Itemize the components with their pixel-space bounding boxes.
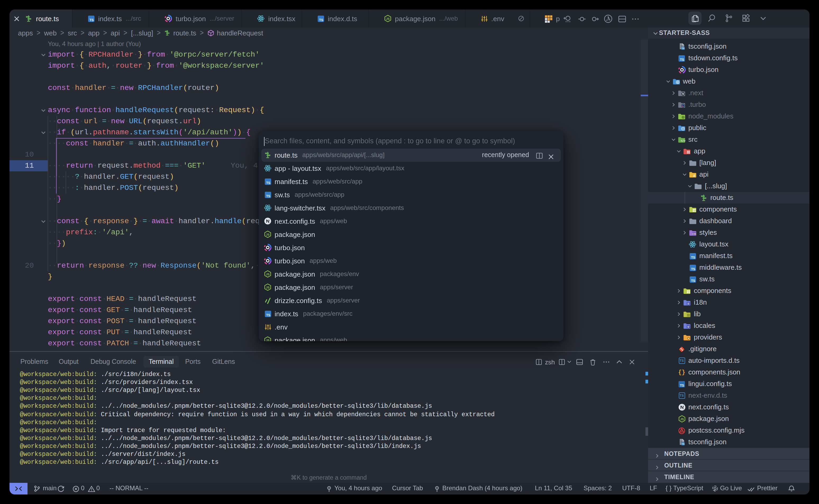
- svg-text:TS: TS: [89, 18, 93, 22]
- svg-text:JS: JS: [266, 339, 269, 341]
- svg-text:TS: TS: [266, 194, 270, 198]
- svg-text:TS: TS: [680, 383, 684, 387]
- svg-text:JS: JS: [386, 17, 389, 20]
- svg-text:TS: TS: [266, 313, 270, 317]
- svg-text:</>: </>: [681, 139, 685, 142]
- svg-text:JS: JS: [680, 418, 684, 421]
- svg-text:TS: TS: [319, 18, 323, 22]
- svg-text:JS: JS: [266, 273, 269, 276]
- svg-text:CSS: CSS: [692, 232, 696, 235]
- svg-text:TS: TS: [266, 181, 270, 185]
- svg-text:JS: JS: [266, 233, 269, 236]
- svg-text:TS: TS: [691, 255, 695, 259]
- svg-text:文: 文: [687, 302, 690, 305]
- svg-text:TS: TS: [681, 47, 684, 50]
- svg-text:文: 文: [687, 325, 690, 328]
- svg-text:TS: TS: [680, 58, 684, 61]
- svg-text:TS: TS: [691, 267, 695, 271]
- svg-text:JS: JS: [266, 286, 269, 289]
- svg-text:#: #: [693, 174, 695, 177]
- svg-text:TS: TS: [681, 443, 684, 445]
- svg-text:TS: TS: [691, 279, 695, 282]
